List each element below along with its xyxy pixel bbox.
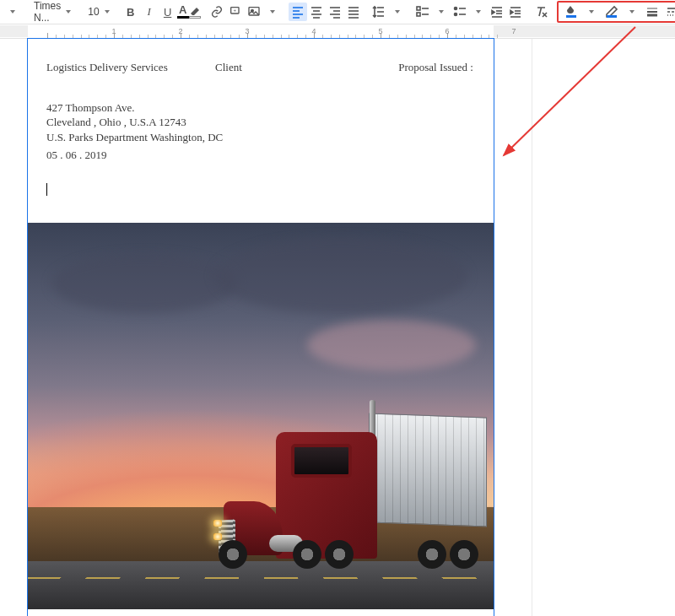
- align-left-button[interactable]: [289, 3, 307, 21]
- fill-color-button[interactable]: [562, 3, 580, 21]
- increase-indent-button[interactable]: [506, 3, 525, 21]
- svg-rect-25: [417, 13, 420, 16]
- address-block: 427 Thompson Ave. Cleveland , Ohio , U.S…: [46, 100, 475, 163]
- align-center-button[interactable]: [307, 3, 326, 21]
- document-page[interactable]: Logistics Delivery Services Client Propo…: [28, 39, 494, 616]
- svg-text:+: +: [233, 8, 236, 13]
- font-size-value: 10: [88, 6, 99, 18]
- text-cursor: [46, 183, 47, 196]
- font-family-selector[interactable]: Times N...: [29, 3, 76, 21]
- line-spacing-dropdown[interactable]: [388, 3, 407, 21]
- line-spacing-button[interactable]: [370, 3, 388, 21]
- document-body[interactable]: Logistics Delivery Services Client Propo…: [28, 39, 494, 196]
- cell-format-group-highlight: [557, 1, 675, 23]
- bulleted-list-dropdown[interactable]: [469, 3, 488, 21]
- border-color-button[interactable]: [602, 3, 621, 21]
- formatting-toolbar: Times N... 10 B I U A +: [0, 0, 675, 24]
- highlighter-icon: [189, 6, 201, 15]
- font-family-label: Times N...: [34, 0, 61, 24]
- svg-rect-42: [607, 15, 617, 18]
- checklist-button[interactable]: [413, 3, 432, 21]
- address-line: 427 Thompson Ave.: [46, 100, 475, 116]
- header-col-issued: Proposal Issued :: [342, 60, 475, 75]
- border-dash-button[interactable]: [663, 3, 675, 21]
- insert-image-button[interactable]: [245, 3, 263, 21]
- text-color-button[interactable]: A: [177, 3, 189, 21]
- svg-rect-41: [566, 15, 576, 18]
- address-line: U.S. Parks Department Washington, DC: [46, 130, 475, 145]
- bold-button[interactable]: B: [122, 3, 140, 21]
- hero-image[interactable]: [28, 223, 494, 609]
- align-right-button[interactable]: [326, 3, 344, 21]
- highlight-color-button[interactable]: [189, 3, 201, 21]
- styles-dropdown[interactable]: [3, 3, 22, 21]
- address-date: 05 . 06 . 2019: [46, 148, 475, 163]
- border-color-dropdown[interactable]: [623, 3, 641, 21]
- address-line: Cleveland , Ohio , U.S.A 12743: [46, 115, 475, 130]
- italic-button[interactable]: I: [140, 3, 159, 21]
- checklist-dropdown[interactable]: [432, 3, 451, 21]
- svg-point-27: [454, 8, 456, 10]
- font-size-selector[interactable]: 10: [83, 3, 114, 21]
- svg-point-29: [454, 14, 456, 16]
- insert-comment-button[interactable]: +: [226, 3, 245, 21]
- ruler-number: 7: [511, 27, 516, 35]
- align-justify-button[interactable]: [344, 3, 363, 21]
- insert-image-dropdown[interactable]: [263, 3, 282, 21]
- document-canvas: Logistics Delivery Services Client Propo…: [0, 39, 675, 616]
- fill-color-dropdown[interactable]: [582, 3, 601, 21]
- border-width-button[interactable]: [643, 3, 662, 21]
- header-row: Logistics Delivery Services Client Propo…: [46, 60, 475, 75]
- header-col-service: Logistics Delivery Services: [46, 60, 215, 75]
- truck-illustration: [217, 398, 487, 575]
- bulleted-list-button[interactable]: [451, 3, 469, 21]
- svg-rect-23: [417, 7, 420, 10]
- header-col-client: Client: [215, 60, 342, 75]
- insert-link-button[interactable]: [208, 3, 226, 21]
- clear-formatting-button[interactable]: [532, 3, 550, 21]
- decrease-indent-button[interactable]: [488, 3, 506, 21]
- horizontal-ruler[interactable]: 1234567: [0, 24, 675, 39]
- canvas-gutter: [532, 39, 675, 616]
- underline-button[interactable]: U: [159, 3, 177, 21]
